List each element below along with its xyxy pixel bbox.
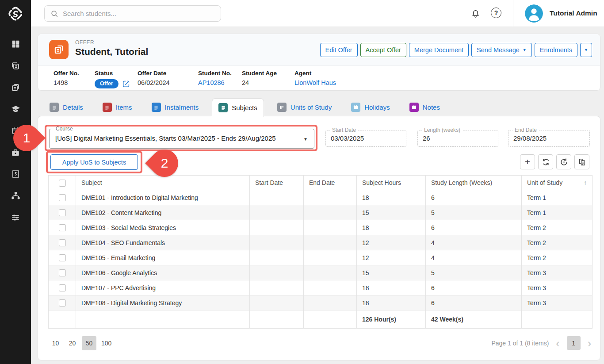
column-header-start-date[interactable]: Start Date <box>250 176 304 190</box>
cell-end-date <box>304 235 357 250</box>
row-checkbox[interactable] <box>59 194 66 201</box>
sidebar-item-settings[interactable] <box>0 207 31 228</box>
notes-tab-icon <box>409 103 419 112</box>
calendar-icon <box>11 126 20 135</box>
tab-instalments[interactable]: Instalments <box>145 98 205 116</box>
offer-info-row: Offer No. 1498 Status Offer Offer Date 0… <box>38 65 600 91</box>
sidebar-item-finance[interactable] <box>0 163 31 185</box>
enrolments-button[interactable]: Enrolments <box>535 43 577 57</box>
select-all-checkbox[interactable] <box>59 180 66 187</box>
column-header-subject-hours[interactable]: Subject Hours <box>357 176 426 190</box>
table-row[interactable]: DME106 - Google Analytics 15 5 Term 3 <box>49 265 593 280</box>
merge-document-button[interactable]: Merge Document <box>409 43 469 57</box>
table-row[interactable]: DME103 - Social Media Strategies 18 6 Te… <box>49 220 593 235</box>
document-icon <box>53 44 65 55</box>
column-header-unit-of-study[interactable]: Unit of Study ↑ <box>522 176 593 190</box>
search-box[interactable] <box>44 5 221 22</box>
sidebar-item-offers[interactable] <box>0 77 31 98</box>
search-input[interactable] <box>63 10 209 17</box>
app-logo[interactable] <box>0 0 31 27</box>
copy-grid-button[interactable] <box>574 154 589 169</box>
accept-offer-button[interactable]: Accept Offer <box>360 43 406 57</box>
table-row[interactable]: DME108 - Digital Marketing Strategy 18 6… <box>49 295 593 310</box>
cell-subject: DME106 - Google Analytics <box>76 265 250 280</box>
agent-link[interactable]: LionWolf Haus <box>294 79 336 86</box>
refresh-button[interactable] <box>538 154 553 169</box>
cell-start-date <box>250 295 304 310</box>
plus-icon: + <box>525 157 530 167</box>
tab-holidays[interactable]: Holidays <box>345 98 396 116</box>
tab-units-of-study[interactable]: Units of Study <box>271 98 338 116</box>
edit-status-icon[interactable] <box>122 80 130 88</box>
tab-details[interactable]: Details <box>43 98 89 116</box>
edit-offer-label: Edit Offer <box>325 46 352 54</box>
more-actions-button[interactable]: ▼ <box>580 43 592 57</box>
row-checkbox[interactable] <box>59 299 66 307</box>
table-row[interactable]: DME107 - PPC Advertising 18 6 Term 3 <box>49 280 593 295</box>
history-button[interactable] <box>556 154 571 169</box>
avatar[interactable] <box>525 4 543 23</box>
copy-icon <box>578 158 586 166</box>
sidebar-item-calendar[interactable] <box>0 120 31 142</box>
table-row[interactable]: DME104 - SEO Fundamentals 12 4 Term 2 <box>49 235 593 250</box>
cell-subject: DME108 - Digital Marketing Strategy <box>76 295 250 310</box>
student-no-link[interactable]: AP10286 <box>198 79 232 86</box>
help-button[interactable]: ? <box>491 8 501 18</box>
page-size-10[interactable]: 10 <box>48 336 63 350</box>
tab-subjects[interactable]: Subjects <box>212 98 264 117</box>
refresh-icon <box>542 158 550 166</box>
column-header-end-date[interactable]: End Date <box>304 176 357 190</box>
student-age-label: Student Age <box>242 70 277 77</box>
cell-end-date <box>304 220 357 235</box>
notifications-button[interactable] <box>470 8 481 19</box>
row-checkbox[interactable] <box>59 224 66 231</box>
cell-start-date <box>250 265 304 280</box>
length-weeks-field: Length (weeks) 26 <box>417 130 498 147</box>
row-checkbox[interactable] <box>59 239 66 246</box>
page-number-button[interactable]: 1 <box>567 336 581 350</box>
sidebar-item-agents[interactable] <box>0 185 31 207</box>
edit-offer-button[interactable]: Edit Offer <box>320 43 358 57</box>
offer-icon <box>49 40 69 59</box>
offer-no-field: Offer No. 1498 <box>54 70 79 86</box>
sidebar-item-courses[interactable] <box>0 98 31 120</box>
user-name[interactable]: Tutorial Admin <box>550 9 597 17</box>
column-header-subject[interactable]: Subject <box>76 176 250 190</box>
bell-icon <box>470 9 481 19</box>
cell-start-date <box>250 250 304 265</box>
tab-items[interactable]: Items <box>96 98 138 116</box>
table-row[interactable]: DME102 - Content Marketing 15 5 Term 1 <box>49 205 593 220</box>
grid-toolbar: + <box>520 154 589 169</box>
sidebar-item-placements[interactable] <box>0 142 31 163</box>
send-message-label: Send Message <box>477 46 520 54</box>
page-size-20[interactable]: 20 <box>65 336 80 350</box>
row-checkbox[interactable] <box>59 254 66 261</box>
next-page-icon[interactable]: › <box>587 337 592 349</box>
add-row-button[interactable]: + <box>520 154 535 169</box>
offer-no-label: Offer No. <box>54 70 79 77</box>
tab-notes[interactable]: Notes <box>403 98 446 116</box>
course-select[interactable]: Course [UoS] Digital Marketing Essential… <box>49 129 314 149</box>
page-size-50[interactable]: 50 <box>82 336 96 350</box>
send-message-button[interactable]: Send Message▼ <box>471 43 532 57</box>
topbar-divider <box>513 0 513 27</box>
table-row[interactable]: DME101 - Introduction to Digital Marketi… <box>49 190 593 205</box>
row-checkbox[interactable] <box>59 269 66 276</box>
table-row[interactable]: DME105 - Email Marketing 12 4 Term 2 <box>49 250 593 265</box>
row-checkbox[interactable] <box>59 209 66 216</box>
pager-summary: Page 1 of 1 (8 items) <box>491 340 549 347</box>
apply-uos-to-subjects-button[interactable]: Apply UoS to Subjects <box>50 154 138 170</box>
pager-right: Page 1 of 1 (8 items) ‹ 1 › <box>491 336 592 350</box>
cell-end-date <box>304 205 357 220</box>
row-checkbox[interactable] <box>59 284 66 291</box>
previous-page-icon[interactable]: ‹ <box>555 337 560 349</box>
sidebar-item-students[interactable] <box>0 55 31 77</box>
sidebar-item-dashboard[interactable] <box>0 33 31 55</box>
cell-weeks: 6 <box>426 295 522 310</box>
column-header-study-length[interactable]: Study Length (Weeks) <box>426 176 522 190</box>
question-mark-icon: ? <box>494 9 498 16</box>
merge-document-label: Merge Document <box>414 46 463 54</box>
page-size-100[interactable]: 100 <box>99 336 114 350</box>
cell-hours: 15 <box>357 205 426 220</box>
sliders-icon <box>11 213 20 222</box>
